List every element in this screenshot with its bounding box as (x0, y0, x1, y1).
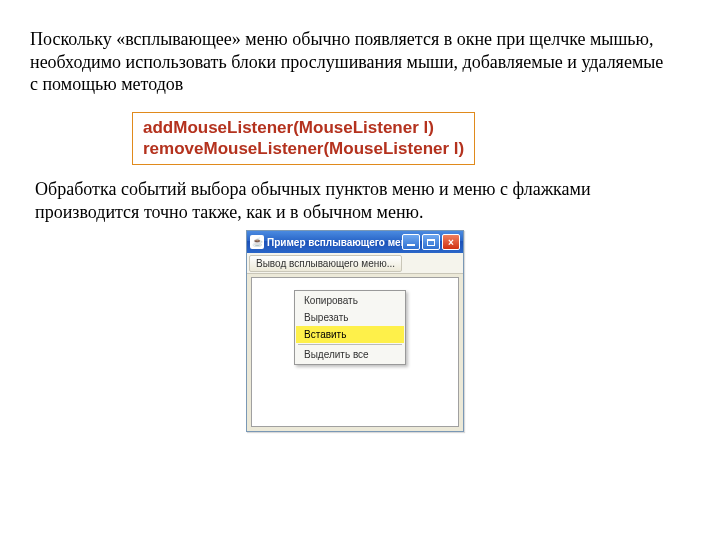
java-icon: ☕ (250, 235, 264, 249)
example-window: ☕ Пример всплывающего меню × Вывод всплы… (246, 230, 464, 432)
popup-menu: Копировать Вырезать Вставить Выделить вс… (294, 290, 406, 365)
window-titlebar: ☕ Пример всплывающего меню × (247, 231, 463, 253)
handling-paragraph: Обработка событий выбора обычных пунктов… (35, 178, 675, 223)
window-client-area: Копировать Вырезать Вставить Выделить вс… (251, 277, 459, 427)
maximize-button[interactable] (422, 234, 440, 250)
window-title: Пример всплывающего меню (267, 237, 402, 248)
window-buttons: × (402, 234, 460, 250)
code-line-add: addMouseListener(MouseListener l) (143, 117, 464, 138)
close-button[interactable]: × (442, 234, 460, 250)
popup-item-selectall[interactable]: Выделить все (296, 346, 404, 363)
code-line-remove: removeMouseListener(MouseListener l) (143, 138, 464, 159)
code-methods-box: addMouseListener(MouseListener l) remove… (132, 112, 475, 165)
menubar-item[interactable]: Вывод всплывающего меню... (249, 255, 402, 272)
window-menubar: Вывод всплывающего меню... (247, 253, 463, 274)
intro-paragraph: Поскольку «всплывающее» меню обычно появ… (30, 28, 670, 96)
popup-separator (298, 344, 402, 345)
popup-item-copy[interactable]: Копировать (296, 292, 404, 309)
minimize-button[interactable] (402, 234, 420, 250)
popup-item-cut[interactable]: Вырезать (296, 309, 404, 326)
popup-item-paste[interactable]: Вставить (296, 326, 404, 343)
